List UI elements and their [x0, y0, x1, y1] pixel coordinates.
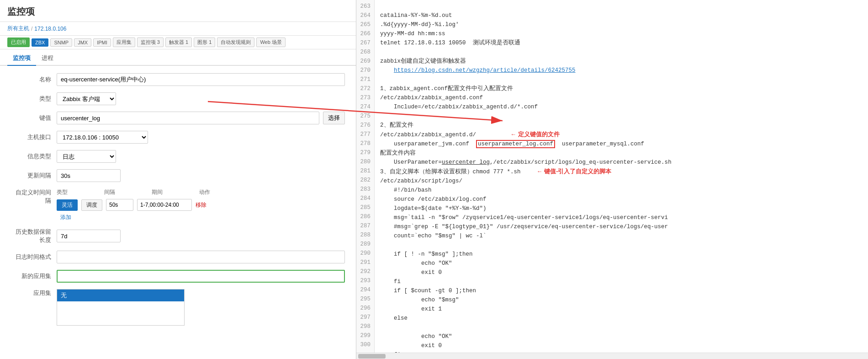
app-list-item-none[interactable]: 无	[57, 289, 184, 301]
control-host: 172.18.0.106 : 10050	[57, 131, 345, 144]
breadcrumb-host-link[interactable]: 所有主机	[7, 25, 29, 32]
ln-276: 276	[360, 121, 370, 130]
input-key[interactable]	[57, 112, 319, 124]
label-info-type: 信息类型	[11, 152, 57, 161]
code-line-268: zabbix创建自定义键值和触发器	[380, 58, 466, 64]
code-line-296: else	[380, 315, 408, 321]
select-type[interactable]: Zabbix 客户端	[57, 92, 116, 105]
ln-275: 275	[360, 112, 370, 121]
label-key: 键值	[11, 114, 57, 122]
form-row-name: 名称	[11, 73, 345, 86]
ln-296: 296	[360, 304, 370, 313]
ln-283: 283	[360, 185, 370, 194]
control-new-app	[57, 270, 345, 283]
ln-273: 273	[360, 93, 370, 102]
label-custom-interval: 自定义时间间隔	[11, 188, 57, 205]
btn-flexible[interactable]: 灵活	[57, 199, 78, 211]
tab-monitor-item[interactable]: 监控项	[7, 51, 36, 66]
code-line-287: count=`echo "$msg" | wc -l`	[380, 233, 487, 239]
input-history[interactable]	[57, 230, 121, 242]
ln-285: 285	[360, 203, 370, 212]
ln-299: 299	[360, 331, 370, 340]
code-line-288	[380, 242, 384, 248]
label-new-app: 新的应用集	[11, 272, 57, 280]
input-name[interactable]	[57, 73, 345, 86]
code-line-271: 1、zabbix_agent.conf配置文件中引入配置文件	[380, 86, 513, 92]
control-log-time	[57, 251, 345, 263]
code-line-279: UserParameter=usercenter_log,/etc/zabbix…	[380, 159, 672, 166]
tag-ipmi[interactable]: IPMI	[93, 38, 111, 47]
ln-270: 270	[360, 66, 370, 75]
ln-286: 286	[360, 212, 370, 221]
code-line-274	[380, 113, 384, 119]
underline-usercenter-log: usercenter_log	[442, 159, 490, 166]
code-line-283: source /etc/zabbix/log.conf	[380, 196, 487, 203]
code-line-294: echo "$msg"	[380, 297, 459, 303]
ln-278: 278	[360, 139, 370, 148]
tag-zbx[interactable]: ZBX	[32, 38, 48, 47]
tag-auto-discover[interactable]: 自动发现规则	[217, 38, 254, 47]
input-log-time[interactable]	[57, 251, 345, 263]
csdn-link[interactable]: https://blog.csdn.net/wzgzhg/article/det…	[394, 67, 576, 74]
input-period[interactable]	[137, 199, 192, 211]
tag-trigger[interactable]: 触发器 1	[165, 38, 192, 47]
code-line-277: userparameter_jvm.conf userparameter_log…	[380, 140, 644, 148]
code-area[interactable]: 263 264 265 266 267 268 269 270 271 272 …	[356, 0, 868, 353]
breadcrumb-ip-link[interactable]: 172.18.0.106	[34, 26, 66, 32]
code-line-266: telnet 172.18.0.113 10050 测试环境是否联通	[380, 40, 520, 46]
highlight-log-conf: userparameter_log.conf	[476, 140, 555, 148]
scrollbar-bottom[interactable]	[356, 353, 868, 359]
breadcrumb-separator: /	[31, 26, 32, 32]
scroll-thumb	[358, 354, 386, 359]
control-update	[57, 169, 345, 182]
form-row-custom-interval: 自定义时间间隔 类型 间隔 期间 动作 灵活 调度 移除 添加	[11, 188, 345, 221]
ci-type-header: 类型	[57, 188, 68, 196]
ln-271: 271	[360, 75, 370, 84]
tag-appset[interactable]: 应用集	[113, 38, 135, 47]
ln-284: 284	[360, 194, 370, 203]
label-log-time: 日志时间格式	[11, 253, 57, 261]
link-add-interval[interactable]: 添加	[60, 214, 345, 221]
tag-graph[interactable]: 图形 1	[194, 38, 215, 47]
form-area: 名称 类型 Zabbix 客户端 键值 选择	[0, 66, 356, 359]
select-key-button[interactable]: 选择	[323, 112, 345, 124]
tag-jmx[interactable]: JMX	[74, 38, 91, 47]
annotation-key-script: ← 键值-引入了自定义的脚本	[537, 168, 612, 175]
form-row-new-app: 新的应用集	[11, 270, 345, 283]
input-new-app[interactable]	[57, 270, 345, 283]
tag-monitor-items[interactable]: 监控项 3	[137, 38, 164, 47]
form-row-app-set: 应用集 无	[11, 289, 345, 326]
select-info-type[interactable]: 日志	[57, 150, 116, 163]
btn-schedule[interactable]: 调度	[81, 199, 102, 211]
code-line-284: logdate=$(date "+%Y-%m-%d")	[380, 205, 487, 212]
ln-274: 274	[360, 102, 370, 112]
tab-process[interactable]: 进程	[36, 51, 59, 66]
ln-292: 292	[360, 267, 370, 276]
ln-290: 290	[360, 249, 370, 258]
code-content: catalina-%Y-%m-%d.out .%d{yyyy-MM-dd}-%i…	[375, 0, 868, 353]
breadcrumb: 所有主机 / 172.18.0.106	[0, 22, 356, 36]
control-info-type: 日志	[57, 150, 345, 163]
tag-snmp[interactable]: SNMP	[50, 38, 72, 47]
btn-remove-interval[interactable]: 移除	[196, 201, 206, 209]
label-name: 名称	[11, 75, 57, 84]
code-line-265: yyyy-MM-dd hh:mm:ss	[380, 31, 445, 37]
code-line-293: if [ $count -gt 0 ];then	[380, 288, 476, 294]
app-list-box[interactable]: 无	[57, 289, 185, 326]
code-line-278: 配置文件内容	[380, 150, 416, 156]
code-line-298: echo "OK"	[380, 333, 452, 340]
ln-281: 281	[360, 166, 370, 176]
form-row-type: 类型 Zabbix 客户端	[11, 92, 345, 105]
code-line-300: fi	[380, 352, 401, 353]
interval-header: 类型 间隔 期间 动作	[57, 188, 345, 196]
code-line-291: exit 0	[380, 269, 442, 276]
input-interval[interactable]	[106, 199, 133, 211]
code-line-275: 2、配置文件	[380, 122, 413, 129]
tag-web-scenario[interactable]: Web 场景	[256, 38, 285, 47]
ln-300: 300	[360, 340, 370, 349]
form-row-log-time: 日志时间格式	[11, 251, 345, 263]
select-host[interactable]: 172.18.0.106 : 10050	[57, 131, 148, 144]
tag-enabled[interactable]: 已启用	[7, 38, 30, 47]
input-update-interval[interactable]	[57, 169, 121, 182]
code-line-295: exit 1	[380, 306, 442, 312]
